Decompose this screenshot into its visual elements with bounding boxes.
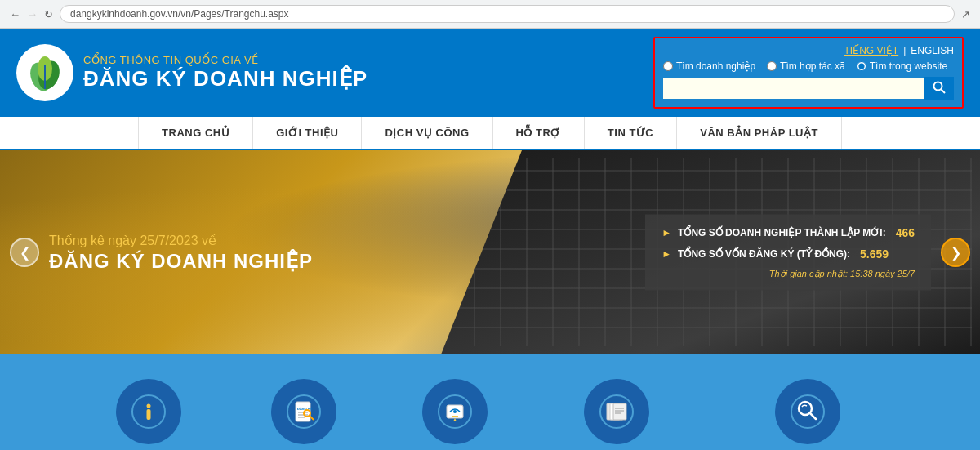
radio-hop-tac-xa[interactable]	[767, 61, 777, 71]
search-option-website[interactable]: Tìm trong website	[857, 60, 947, 72]
nav-gioi-thieu[interactable]: GIỚI THIỆU	[253, 117, 362, 149]
hero-main-title: ĐĂNG KÝ DOANH NGHIỆP	[49, 250, 359, 273]
stat-value-2: 5.659	[860, 247, 889, 261]
share-icon[interactable]: ↗	[961, 8, 970, 20]
stat-row-2: ► TỔNG SỐ VỐN ĐĂNG KÝ (tỷ đồng): 5.659	[662, 247, 915, 261]
hero-banner: ❮ ❯ Thống kê ngày 25/7/2023 về ĐĂNG KÝ D…	[0, 150, 980, 354]
register-icon: ĐĂNG KÝ	[286, 394, 322, 430]
nav-trang-chu[interactable]: TRANG CHỦ	[138, 117, 253, 149]
hero-date-label: Thống kê ngày 25/7/2023 về	[49, 233, 359, 248]
hero-next-button[interactable]: ❯	[941, 238, 970, 267]
stat-arrow-1: ►	[662, 227, 671, 238]
radio-doanh-nghiep[interactable]	[663, 61, 673, 71]
service-icon-ho-tro	[584, 379, 649, 444]
header-subtitle: CỔNG THÔNG TIN QUỐC GIA VỀ	[83, 54, 368, 66]
nav-dich-vu-cong[interactable]: DỊCH VỤ CÔNG	[362, 117, 492, 149]
search-option-hop-tac-xa[interactable]: Tìm hợp tác xã	[767, 60, 845, 72]
main-nav: TRANG CHỦ GIỚI THIỆU DỊCH VỤ CÔNG HỖ TRỢ…	[0, 117, 980, 150]
language-switcher: TIẾNG VIỆT | ENGLISH	[663, 45, 954, 56]
service-icon-tra-cuu	[775, 379, 840, 444]
nav-van-ban-phap-luat[interactable]: VĂN BẢN PHÁP LUẬT	[677, 117, 842, 149]
services-section: DỊCH VỤ THÔNG TIN ĐĂNG KÝ ĐĂNG KÝ QUA MẠ…	[0, 354, 980, 450]
service-icon-thong-tin	[116, 379, 181, 444]
lang-viet-button[interactable]: TIẾNG VIỆT	[844, 45, 899, 56]
support-icon	[599, 394, 635, 430]
stat-row-1: ► TỔNG SỐ DOANH NGHIỆP THÀNH LẬP MỚI: 46…	[662, 226, 915, 239]
info-icon	[131, 394, 167, 430]
service-thong-tin[interactable]: DỊCH VỤ THÔNG TIN	[96, 379, 201, 450]
search-area: TIẾNG VIỆT | ENGLISH Tìm doanh nghiệp Tì…	[653, 37, 964, 109]
service-icon-bao-cao	[422, 379, 488, 444]
logo-circle	[16, 44, 74, 101]
header-title: ĐĂNG KÝ DOANH NGHIỆP	[83, 66, 368, 91]
svg-point-19	[453, 410, 457, 413]
search-option-label-2: Tìm hợp tác xã	[780, 60, 845, 72]
service-tra-cuu[interactable]: TRA CỨU TRẠNG THÁI HỒ SƠ	[731, 379, 884, 450]
url-display: dangkykinhdoanh.gov.vn/vn/Pages/Trangchu…	[60, 5, 955, 23]
svg-rect-8	[147, 409, 151, 420]
nav-ho-tro[interactable]: HỖ TRỢ	[493, 117, 585, 149]
address-bar: ← → ↻ dangkykinhdoanh.gov.vn/vn/Pages/Tr…	[0, 0, 980, 29]
lang-english-button[interactable]: ENGLISH	[911, 45, 954, 56]
search-option-doanh-nghiep[interactable]: Tìm doanh nghiệp	[663, 60, 755, 72]
logo-icon	[24, 52, 65, 93]
svg-rect-10	[296, 402, 310, 421]
browser-forward-icon[interactable]: →	[27, 8, 38, 20]
svg-rect-24	[613, 403, 626, 420]
search-option-label-1: Tìm doanh nghiệp	[676, 60, 755, 72]
site-header: CỔNG THÔNG TIN QUỐC GIA VỀ ĐĂNG KÝ DOANH…	[0, 29, 980, 117]
logo-text: CỔNG THÔNG TIN QUỐC GIA VỀ ĐĂNG KÝ DOANH…	[83, 54, 368, 91]
nav-tin-tuc[interactable]: TIN TỨC	[585, 117, 677, 149]
service-dang-ky[interactable]: ĐĂNG KÝ ĐĂNG KÝ QUA MẠNG	[250, 379, 358, 450]
svg-point-7	[147, 404, 151, 408]
search-input-row	[663, 77, 954, 100]
browser-back-icon[interactable]: ←	[10, 8, 20, 20]
service-icon-dang-ky: ĐĂNG KÝ	[271, 379, 336, 444]
search-option-label-3: Tìm trong website	[870, 60, 947, 72]
search-options: Tìm doanh nghiệp Tìm hợp tác xã Tìm tron…	[663, 60, 954, 72]
svg-line-5	[942, 90, 946, 94]
search-button[interactable]	[924, 77, 954, 100]
radio-website[interactable]	[857, 61, 866, 71]
report-icon	[437, 394, 473, 430]
stat-update-time: Thời gian cập nhật: 15:38 ngày 25/7	[662, 269, 915, 279]
stat-value-1: 466	[896, 226, 915, 239]
hero-prev-button[interactable]: ❮	[10, 238, 39, 267]
search-icon	[933, 81, 946, 94]
tra-cuu-icon	[790, 394, 826, 430]
service-bao-cao[interactable]: BÁO CÁO ĐIỆN TỬ	[407, 379, 502, 450]
browser-refresh-icon[interactable]: ↻	[44, 8, 53, 20]
stat-label-2: TỔNG SỐ VỐN ĐĂNG KÝ (tỷ đồng):	[678, 248, 850, 260]
service-ho-tro[interactable]: HỖ TRỢ DỰ THẢO HỒ SƠ	[551, 379, 682, 450]
stat-label-1: TỔNG SỐ DOANH NGHIỆP THÀNH LẬP MỚI:	[678, 227, 886, 238]
lang-separator: |	[903, 45, 906, 56]
svg-point-28	[791, 395, 824, 428]
logo-area: CỔNG THÔNG TIN QUỐC GIA VỀ ĐĂNG KÝ DOANH…	[16, 44, 368, 101]
svg-point-4	[934, 82, 942, 91]
stat-arrow-2: ►	[662, 248, 671, 260]
search-input[interactable]	[663, 78, 924, 99]
hero-stats-panel: ► TỔNG SỐ DOANH NGHIỆP THÀNH LẬP MỚI: 46…	[645, 215, 931, 291]
